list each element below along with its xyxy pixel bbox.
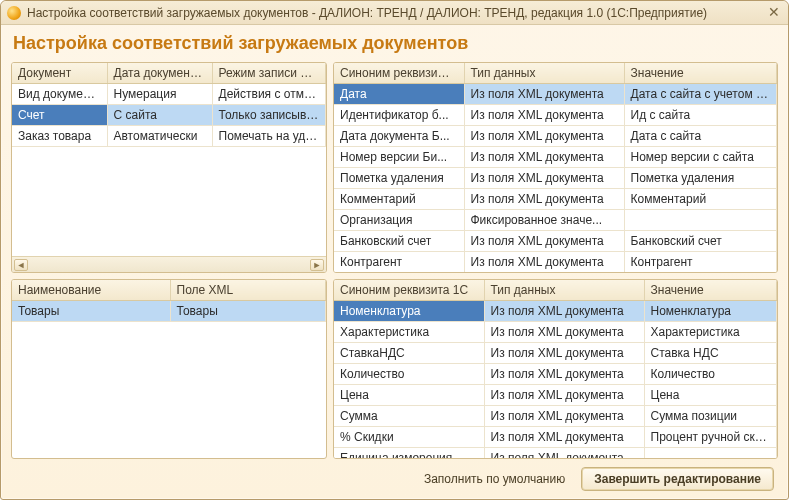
- docs-table-scroll[interactable]: Документ Дата документов Режим записи до…: [12, 63, 326, 256]
- fields-bottom-row[interactable]: % СкидкиИз поля XML документаПроцент руч…: [334, 427, 777, 448]
- fields-top-row[interactable]: Банковский счетИз поля XML документаБанк…: [334, 231, 777, 252]
- cell[interactable]: Автоматически: [107, 126, 212, 147]
- cell[interactable]: Цена: [334, 385, 484, 406]
- fields-top-table[interactable]: Синоним реквизи… Тип данных Значение Дат…: [334, 63, 777, 272]
- cell[interactable]: Количество: [334, 364, 484, 385]
- xml-col-1[interactable]: Поле XML: [170, 280, 326, 301]
- fields-bottom-row[interactable]: Единица измеренияИз поля XML документа: [334, 448, 777, 459]
- fields-bottom-col-0[interactable]: Синоним реквизита 1С: [334, 280, 484, 301]
- cell[interactable]: Из поля XML документа: [484, 427, 644, 448]
- fields-bottom-row[interactable]: СуммаИз поля XML документаСумма позиции: [334, 406, 777, 427]
- cell[interactable]: Комментарий: [624, 189, 777, 210]
- fields-top-row[interactable]: Номер версии Би...Из поля XML документаН…: [334, 147, 777, 168]
- fields-bottom-col-2[interactable]: Значение: [644, 280, 777, 301]
- cell[interactable]: Номенклатура: [644, 301, 777, 322]
- fields-top-row[interactable]: КонтрагентИз поля XML документаКонтраген…: [334, 252, 777, 273]
- cell[interactable]: Из поля XML документа: [464, 126, 624, 147]
- cell[interactable]: Из поля XML документа: [484, 364, 644, 385]
- cell[interactable]: Дата документа Б...: [334, 126, 464, 147]
- cell[interactable]: [624, 210, 777, 231]
- fields-bottom-row[interactable]: ЦенаИз поля XML документаЦена: [334, 385, 777, 406]
- cell[interactable]: Пометка удаления: [624, 168, 777, 189]
- cell[interactable]: Из поля XML документа: [484, 406, 644, 427]
- cell[interactable]: Единица измерения: [334, 448, 484, 459]
- cell[interactable]: Пометка удаления: [334, 168, 464, 189]
- cell[interactable]: Номер версии Би...: [334, 147, 464, 168]
- fields-bottom-col-1[interactable]: Тип данных: [484, 280, 644, 301]
- fields-bottom-table[interactable]: Синоним реквизита 1С Тип данных Значение…: [334, 280, 777, 458]
- docs-col-0[interactable]: Документ: [12, 63, 107, 84]
- cell[interactable]: Номенклатура: [334, 301, 484, 322]
- fields-top-scroll[interactable]: Синоним реквизи… Тип данных Значение Дат…: [334, 63, 777, 272]
- cell[interactable]: Сумма позиции: [644, 406, 777, 427]
- cell[interactable]: Из поля XML документа: [464, 168, 624, 189]
- cell[interactable]: Действия с отмененными: [212, 84, 326, 105]
- cell[interactable]: Контрагент: [624, 252, 777, 273]
- cell[interactable]: Вид документа: [12, 84, 107, 105]
- fields-bottom-row[interactable]: ХарактеристикаИз поля XML документаХарак…: [334, 322, 777, 343]
- cell[interactable]: СтавкаНДС: [334, 343, 484, 364]
- cell[interactable]: Из поля XML документа: [484, 385, 644, 406]
- docs-row[interactable]: Заказ товараАвтоматическиПомечать на уда…: [12, 126, 326, 147]
- cell[interactable]: Комментарий: [334, 189, 464, 210]
- docs-col-1[interactable]: Дата документов: [107, 63, 212, 84]
- cell[interactable]: Товары: [170, 301, 326, 322]
- cell[interactable]: Организация: [334, 210, 464, 231]
- cell[interactable]: Идентификатор б...: [334, 105, 464, 126]
- cell[interactable]: Заказ товара: [12, 126, 107, 147]
- cell[interactable]: Сумма: [334, 406, 484, 427]
- cell[interactable]: Из поля XML документа: [484, 343, 644, 364]
- cell[interactable]: Дата с сайта с учетом на...: [624, 84, 777, 105]
- cell[interactable]: Товары: [12, 301, 170, 322]
- docs-table[interactable]: Документ Дата документов Режим записи до…: [12, 63, 326, 147]
- cell[interactable]: Из поля XML документа: [464, 84, 624, 105]
- cell[interactable]: Номер версии с сайта: [624, 147, 777, 168]
- fields-top-row[interactable]: КомментарийИз поля XML документаКоммента…: [334, 189, 777, 210]
- cell[interactable]: Из поля XML документа: [484, 301, 644, 322]
- cell[interactable]: Процент ручной скидки: [644, 427, 777, 448]
- docs-row[interactable]: Вид документаНумерацияДействия с отменен…: [12, 84, 326, 105]
- fields-top-row[interactable]: Пометка удаленияИз поля XML документаПом…: [334, 168, 777, 189]
- finish-edit-button[interactable]: Завершить редактирование: [581, 467, 774, 491]
- fields-top-row[interactable]: ОрганизацияФиксированное значе...: [334, 210, 777, 231]
- cell[interactable]: Из поля XML документа: [484, 322, 644, 343]
- cell[interactable]: % Скидки: [334, 427, 484, 448]
- xml-fields-table[interactable]: Наименование Поле XML ТоварыТовары: [12, 280, 326, 322]
- close-icon[interactable]: ✕: [766, 5, 782, 21]
- fields-top-col-1[interactable]: Тип данных: [464, 63, 624, 84]
- fill-default-button[interactable]: Заполнить по умолчанию: [418, 468, 571, 490]
- cell[interactable]: Помечать на удаление: [212, 126, 326, 147]
- cell[interactable]: Счет: [12, 105, 107, 126]
- fields-bottom-row[interactable]: СтавкаНДСИз поля XML документаСтавка НДС: [334, 343, 777, 364]
- cell[interactable]: Фиксированное значе...: [464, 210, 624, 231]
- cell[interactable]: Банковский счет: [334, 231, 464, 252]
- xml-col-0[interactable]: Наименование: [12, 280, 170, 301]
- cell[interactable]: Только записывать докуме…: [212, 105, 326, 126]
- cell[interactable]: Дата: [334, 84, 464, 105]
- cell[interactable]: Ставка НДС: [644, 343, 777, 364]
- fields-bottom-scroll[interactable]: Синоним реквизита 1С Тип данных Значение…: [334, 280, 777, 458]
- docs-row[interactable]: СчетС сайтаТолько записывать докуме…: [12, 105, 326, 126]
- cell[interactable]: Из поля XML документа: [464, 189, 624, 210]
- docs-col-2[interactable]: Режим записи документов: [212, 63, 326, 84]
- xml-fields-scroll[interactable]: Наименование Поле XML ТоварыТовары: [12, 280, 326, 458]
- xml-row[interactable]: ТоварыТовары: [12, 301, 326, 322]
- cell[interactable]: Из поля XML документа: [464, 105, 624, 126]
- cell[interactable]: Контрагент: [334, 252, 464, 273]
- fields-top-col-0[interactable]: Синоним реквизи…: [334, 63, 464, 84]
- cell[interactable]: Ид с сайта: [624, 105, 777, 126]
- cell[interactable]: Из поля XML документа: [464, 252, 624, 273]
- cell[interactable]: Из поля XML документа: [464, 147, 624, 168]
- scroll-track[interactable]: [31, 259, 307, 271]
- scroll-left-icon[interactable]: ◄: [14, 259, 28, 271]
- cell[interactable]: Из поля XML документа: [484, 448, 644, 459]
- cell[interactable]: Цена: [644, 385, 777, 406]
- cell[interactable]: Дата с сайта: [624, 126, 777, 147]
- fields-bottom-row[interactable]: КоличествоИз поля XML документаКоличеств…: [334, 364, 777, 385]
- fields-top-row[interactable]: Дата документа Б...Из поля XML документа…: [334, 126, 777, 147]
- cell[interactable]: Характеристика: [334, 322, 484, 343]
- cell[interactable]: Нумерация: [107, 84, 212, 105]
- fields-top-col-2[interactable]: Значение: [624, 63, 777, 84]
- cell[interactable]: [644, 448, 777, 459]
- fields-top-row[interactable]: ДатаИз поля XML документаДата с сайта с …: [334, 84, 777, 105]
